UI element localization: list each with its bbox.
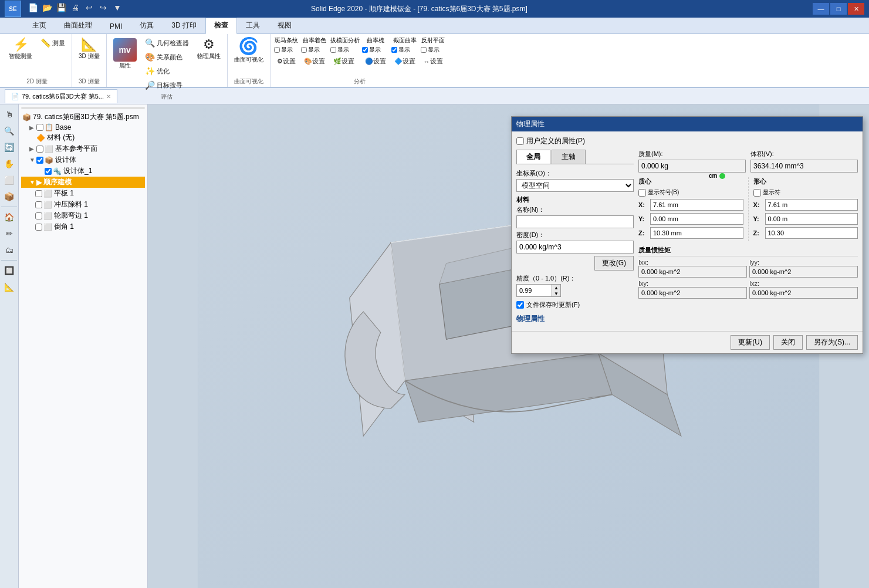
body1-checkbox[interactable]	[45, 168, 52, 175]
tree-item-flat[interactable]: ⬜ 平板 1	[21, 188, 145, 199]
reflect-display-check[interactable]: 显示	[421, 46, 446, 54]
curvature-settings-button[interactable]: 🎨 设置	[301, 55, 328, 67]
qa-new[interactable]: 📄	[26, 1, 39, 14]
tab-tools[interactable]: 工具	[237, 18, 269, 33]
zebra-settings-button[interactable]: ⚙ 设置	[274, 55, 299, 67]
tab-main-axis[interactable]: 主轴	[552, 150, 586, 164]
zoom-tool[interactable]: 🔍	[2, 123, 17, 138]
material-name-input[interactable]	[516, 215, 634, 228]
name-label: 名称(N)：	[516, 205, 634, 214]
tab-simulate[interactable]: 仿真	[131, 18, 163, 33]
tree-item-chamfer[interactable]: ⬜ 倒角 1	[21, 221, 145, 232]
close-dialog-button[interactable]: 关闭	[773, 335, 803, 350]
fy-input[interactable]	[765, 213, 858, 225]
draft-settings-button[interactable]: 🌿 设置	[330, 55, 360, 67]
tab-3dprint[interactable]: 3D 打印	[163, 18, 205, 33]
surface-vis-button[interactable]: 🌀 曲面可视化	[231, 36, 266, 66]
doc-tab-active[interactable]: 📄 79. catics第6届3D大赛 第5... ✕	[5, 89, 117, 103]
tree-item-flange[interactable]: ⬜ 轮廓弯边 1	[21, 210, 145, 221]
tab-inspect[interactable]: 检查	[205, 18, 237, 34]
close-button[interactable]: ✕	[848, 3, 864, 15]
relation-color-button[interactable]: 🎨 关系颜色	[142, 50, 192, 63]
cz-input[interactable]	[650, 227, 743, 239]
qa-undo[interactable]: ↩	[83, 1, 96, 14]
target-search-button[interactable]: 🔎 目标搜寻	[142, 79, 192, 92]
tab-home[interactable]: 主页	[23, 18, 55, 33]
section-curvature-settings-button[interactable]: 🔷 设置	[391, 55, 418, 67]
view3d-tool[interactable]: 🔲	[2, 263, 17, 278]
refplane-checkbox[interactable]	[36, 146, 43, 153]
cx-input[interactable]	[650, 199, 743, 211]
flat-checkbox[interactable]	[35, 190, 42, 197]
precision-input[interactable]	[516, 284, 552, 297]
cy-input[interactable]	[650, 213, 743, 225]
group-surface-vis-label: 曲面可视化	[234, 77, 263, 86]
sketch-tool[interactable]: ✏	[2, 226, 17, 241]
curvature-display-check[interactable]: 显示	[301, 46, 328, 54]
flange-checkbox[interactable]	[35, 212, 42, 219]
chamfer-checkbox[interactable]	[35, 224, 42, 231]
precision-up[interactable]: ▲	[552, 285, 560, 290]
measure-button[interactable]: 📏 测量	[38, 36, 68, 49]
curvature-comb-display-check[interactable]: 显示	[362, 46, 389, 54]
fx-input[interactable]	[765, 199, 858, 211]
relation-color-icon: 🎨	[145, 52, 155, 62]
rotate-tool[interactable]: 🔄	[2, 140, 17, 155]
section-curvature-display-check[interactable]: 显示	[391, 46, 418, 54]
precision-down[interactable]: ▼	[552, 290, 560, 296]
doc-tab-close[interactable]: ✕	[106, 93, 111, 100]
tab-global[interactable]: 全局	[516, 150, 550, 164]
show-symbol-checkbox[interactable]	[638, 189, 646, 197]
qa-more[interactable]: ▼	[111, 1, 124, 14]
layer-tool[interactable]: 🗂	[2, 242, 17, 258]
sequential-icon: ▶	[36, 178, 42, 187]
base-checkbox[interactable]	[36, 124, 43, 131]
fit-tool[interactable]: ⬜	[2, 173, 17, 188]
phys-props-button[interactable]: ⚙ 物理属性	[194, 36, 224, 62]
update-button[interactable]: 更新(U)	[731, 335, 770, 350]
file-save-checkbox[interactable]	[516, 301, 524, 309]
tree-item-refplane[interactable]: ▶ ⬜ 基本参考平面	[21, 143, 145, 154]
curvature-comb-settings-button[interactable]: 🔵 设置	[362, 55, 389, 67]
qa-save[interactable]: 💾	[55, 1, 67, 14]
density-input[interactable]	[516, 241, 634, 254]
smart-measure-button[interactable]: ⚡ 智能测量	[6, 36, 35, 62]
coord-system-select[interactable]: 模型空间	[516, 179, 634, 192]
tree-item-punch[interactable]: ⬜ 冲压除料 1	[21, 199, 145, 210]
qa-open[interactable]: 📂	[40, 1, 53, 14]
measure-lt-tool[interactable]: 📐	[2, 279, 17, 295]
reflect-settings-button[interactable]: ↔ 设置	[421, 55, 446, 67]
select-tool[interactable]: 🖱	[2, 107, 17, 122]
save-as-button[interactable]: 另存为(S)...	[806, 335, 858, 350]
home-view-tool[interactable]: 🏠	[2, 209, 17, 225]
view-tool[interactable]: 📦	[2, 189, 17, 204]
qa-redo[interactable]: ↪	[97, 1, 110, 14]
tree-item-body1[interactable]: 🔩 设计体_1	[21, 165, 145, 177]
tree-item-body[interactable]: ▼ 📦 设计体	[21, 154, 145, 165]
draft-display-check[interactable]: 显示	[330, 46, 360, 54]
fz-input[interactable]	[765, 227, 858, 239]
tab-view[interactable]: 视图	[269, 18, 300, 33]
punch-checkbox[interactable]	[35, 201, 42, 208]
3d-measure-button[interactable]: 📐 3D 测量	[76, 36, 103, 62]
optimize-button[interactable]: ✨ 优化	[142, 65, 192, 77]
body-checkbox[interactable]	[36, 157, 43, 164]
minimize-button[interactable]: —	[813, 3, 829, 15]
tree-item-base[interactable]: ▶ 📋 Base	[21, 123, 145, 132]
pan-tool[interactable]: ✋	[2, 156, 17, 171]
maximize-button[interactable]: □	[830, 3, 847, 15]
geometry-checker-button[interactable]: 🔍 几何检查器	[142, 36, 192, 49]
properties-button[interactable]: mv 属性	[110, 36, 140, 72]
user-defined-checkbox[interactable]	[516, 137, 524, 145]
tab-surface[interactable]: 曲面处理	[55, 18, 101, 33]
zebra-display-check[interactable]: 显示	[274, 46, 299, 54]
modify-material-button[interactable]: 更改(G)	[594, 256, 634, 271]
tab-pmi[interactable]: PMI	[101, 19, 131, 33]
tree-root[interactable]: 📦 79. catics第6届3D大赛 第5题.psm	[21, 111, 145, 123]
file-save-label[interactable]: 文件保存时更新(F)	[516, 300, 634, 309]
tree-resize-handle[interactable]	[21, 107, 145, 109]
tree-item-material[interactable]: 🔶 材料 (无)	[21, 132, 145, 143]
qa-print[interactable]: 🖨	[69, 1, 82, 14]
tree-item-sequential[interactable]: ▼ ▶ 顺序建模	[21, 177, 145, 188]
show-symbol2-checkbox[interactable]	[753, 189, 761, 197]
